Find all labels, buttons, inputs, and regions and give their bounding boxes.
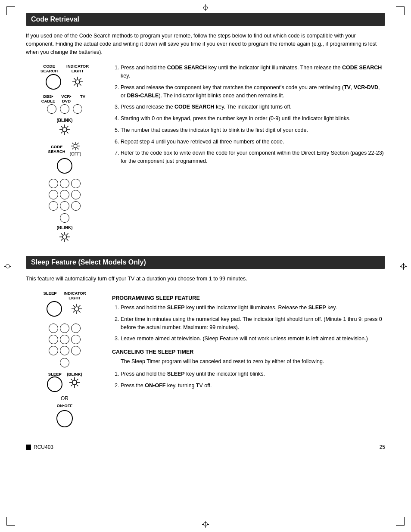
or-label: OR <box>61 395 68 401</box>
cancel-step-1: Press and hold the SLEEP key until the i… <box>121 370 385 378</box>
code-retrieval-title: Code Retrieval <box>31 16 79 23</box>
crosshair-left <box>4 263 11 270</box>
code-retrieval-steps: Press and hold the CODE SEARCH key until… <box>112 64 385 165</box>
svg-line-41 <box>79 311 81 313</box>
corner-mark-br <box>396 517 405 526</box>
sleep-key-0 <box>60 358 69 367</box>
code-search-button-2 <box>57 158 72 174</box>
crosshair-top <box>202 4 209 11</box>
sleep-key-3 <box>71 324 81 333</box>
page-number: 25 <box>380 444 385 450</box>
sleep-button-2 <box>47 376 62 392</box>
footer-model-area: RCU403 <box>26 444 53 450</box>
cancel-step-2: Press the ON•OFF key, turning TV off. <box>121 382 385 390</box>
key-2 <box>60 179 69 188</box>
step-6: Repeat step 4 until you have retrieved a… <box>121 138 385 146</box>
key-1 <box>49 179 58 188</box>
programming-steps: Press and hold the SLEEP key until the i… <box>112 304 385 343</box>
sleep-diagram: SLEEP INDICATORLIGHT <box>26 291 103 428</box>
sleep-blink-indicator <box>68 376 81 389</box>
dbs-cable-label: DBS•CABLE <box>40 94 56 103</box>
sleep-key-5 <box>60 335 69 344</box>
svg-line-13 <box>61 126 63 128</box>
footer-square-icon <box>26 445 31 450</box>
prog-step-3: Leave remote aimed at television. (Sleep… <box>121 335 385 343</box>
sleep-key-8 <box>60 346 69 355</box>
key-4 <box>49 190 58 199</box>
step-4: Starting with 0 on the keypad, press the… <box>121 115 385 123</box>
sleep-key-4 <box>49 335 58 344</box>
corner-mark-bl <box>6 517 15 526</box>
svg-point-8 <box>75 80 80 84</box>
prog-step-1: Press and hold the SLEEP key until the i… <box>121 304 385 312</box>
sleep-feature-content: SLEEP INDICATORLIGHT <box>26 291 385 428</box>
code-search-label-group: CODESEARCH <box>40 64 58 73</box>
sleep-key-2 <box>60 324 69 333</box>
corner-mark-tl <box>6 6 15 15</box>
sleep-keypad <box>49 324 81 355</box>
code-retrieval-diagram: CODESEARCH INDICATORLIGHT <box>26 64 103 243</box>
code-retrieval-header: Code Retrieval <box>26 13 385 26</box>
on-off-button <box>56 410 73 428</box>
svg-line-52 <box>71 385 72 386</box>
vcr-dvd-label: VCR•DVD <box>59 94 74 103</box>
sleep-key-7 <box>49 346 58 355</box>
svg-line-14 <box>67 132 68 134</box>
off-indicator <box>71 141 80 151</box>
svg-line-32 <box>67 239 68 241</box>
vcr-dvd-button <box>60 104 69 114</box>
svg-line-22 <box>72 143 74 145</box>
crosshair-right <box>400 263 407 270</box>
svg-line-50 <box>76 385 78 386</box>
svg-line-43 <box>73 311 75 313</box>
canceling-steps: Press and hold the SLEEP key until the i… <box>112 370 385 390</box>
page-footer: RCU403 25 <box>26 441 385 450</box>
sleep-key-9 <box>71 346 81 355</box>
sleep-indicator-light <box>71 303 83 315</box>
sleep-label: SLEEP <box>43 291 56 300</box>
code-search-label-2: CODESEARCH <box>48 144 65 154</box>
footer-model-text: RCU403 <box>34 444 53 450</box>
tv-button <box>73 104 82 114</box>
code-retrieval-intro: If you used one of the Code Search metho… <box>26 32 385 56</box>
sleep-indicator-label: INDICATORLIGHT <box>64 291 86 300</box>
tv-label: TV <box>77 94 89 103</box>
sleep-feature-title: Sleep Feature (Select Models Only) <box>31 258 146 266</box>
step-3: Press and release the CODE SEARCH key. T… <box>121 103 385 111</box>
svg-line-40 <box>73 305 75 307</box>
svg-line-5 <box>80 84 81 86</box>
indicator-label-group: INDICATORLIGHT <box>66 64 89 73</box>
svg-line-15 <box>67 126 68 128</box>
blink-group: (BLINK) <box>67 372 82 389</box>
blink-label-1: (BLINK) <box>56 118 72 123</box>
svg-line-24 <box>77 143 79 145</box>
key-8 <box>60 201 69 211</box>
sleep-instructions: PROGRAMMING SLEEP FEATURE Press and hold… <box>112 291 385 428</box>
key-6 <box>71 190 81 199</box>
on-off-label: ON•OFF <box>57 403 73 408</box>
step-1: Press and hold the CODE SEARCH key until… <box>121 64 385 80</box>
svg-point-35 <box>62 235 67 239</box>
blink-label-2: (BLINK) <box>56 225 72 230</box>
svg-line-42 <box>79 305 81 307</box>
code-retrieval-content: CODESEARCH INDICATORLIGHT <box>26 64 385 243</box>
key-7 <box>49 201 58 211</box>
sleep-label-2: SLEEP <box>48 372 62 376</box>
sleep-feature-header: Sleep Feature (Select Models Only) <box>26 256 385 269</box>
sleep-button <box>47 301 62 317</box>
key-9 <box>71 201 81 211</box>
svg-line-23 <box>77 148 79 149</box>
sleep-key-1 <box>49 324 58 333</box>
step-5: The number that causes the indicator lig… <box>121 126 385 134</box>
prog-step-2: Enter time in minutes using the numerica… <box>121 315 385 332</box>
code-search-label: CODESEARCH <box>40 64 58 73</box>
sleep-feature-section: Sleep Feature (Select Models Only) This … <box>26 256 385 428</box>
blink-label-sleep: (BLINK) <box>67 372 82 376</box>
svg-line-49 <box>71 379 72 381</box>
step-2: Press and release the component key that… <box>121 84 385 100</box>
off-label: (OFF) <box>70 152 81 156</box>
keypad-last-row-1 <box>60 213 69 223</box>
indicator-light-label: INDICATORLIGHT <box>66 64 89 73</box>
svg-line-51 <box>76 379 78 381</box>
svg-line-31 <box>61 233 63 235</box>
